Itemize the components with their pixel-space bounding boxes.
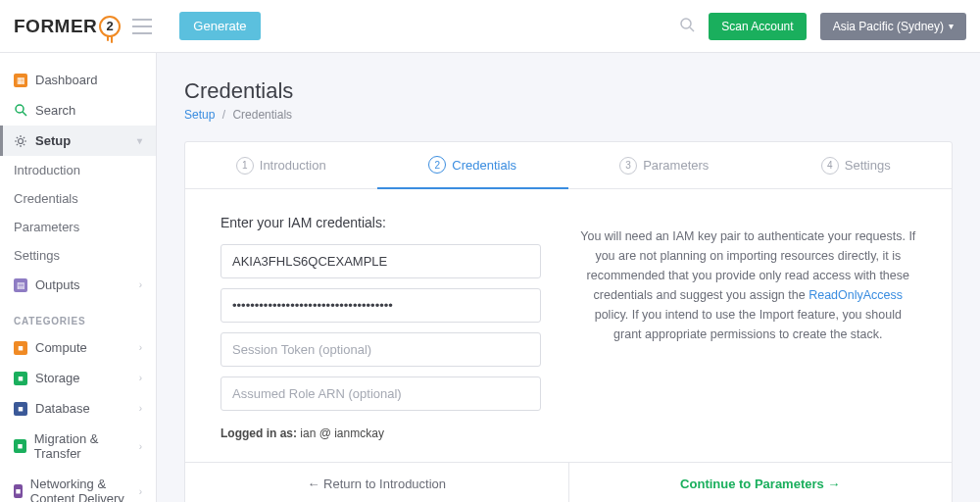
sidebar-item-database[interactable]: ■ Database › [0,393,156,424]
sidebar-heading-categories: CATEGORIES [0,300,156,332]
step-label: Introduction [260,158,326,173]
migration-icon: ■ [14,439,26,453]
readonly-access-link[interactable]: ReadOnlyAccess [808,288,903,302]
sidebar-sub-settings[interactable]: Settings [0,241,156,270]
secret-key-input[interactable] [220,288,541,323]
sidebar-sub-credentials[interactable]: Credentials [0,184,156,213]
logo[interactable]: FORMER 2 [14,16,121,37]
svg-point-2 [19,138,24,143]
session-token-input[interactable] [220,332,541,367]
sidebar: ▦ Dashboard Search Setup ▾ Introduction … [0,53,157,502]
chevron-down-icon: ▾ [137,135,142,146]
form-column: Enter your IAM credentials: Logged in as… [220,215,541,440]
logged-in-status: Logged in as: ian @ ianmckay [220,427,541,440]
search-nav-icon [14,104,27,118]
generate-button[interactable]: Generate [179,12,260,40]
step-credentials[interactable]: 2 Credentials [377,142,569,189]
step-label: Parameters [643,158,709,173]
breadcrumb-current: Credentials [232,108,292,122]
storage-icon: ■ [14,372,27,385]
step-parameters[interactable]: 3 Parameters [568,142,760,188]
menu-toggle-icon[interactable] [132,19,152,34]
sidebar-label: Database [35,401,90,416]
assumed-role-input[interactable] [220,376,541,411]
sidebar-item-setup[interactable]: Setup ▾ [0,126,156,156]
form-heading: Enter your IAM credentials: [220,215,541,230]
sidebar-item-outputs[interactable]: ▤ Outputs › [0,270,156,300]
svg-point-0 [681,19,691,28]
logo-text: FORMER [14,16,97,37]
topbar: FORMER 2 Generate Scan Account Asia Paci… [0,0,980,53]
sidebar-label: Setup [35,133,71,148]
sidebar-label: Search [35,103,75,118]
chevron-right-icon: › [139,403,142,414]
step-number: 4 [821,157,839,175]
wizard-steps: 1 Introduction 2 Credentials 3 Parameter… [185,142,952,189]
sidebar-item-storage[interactable]: ■ Storage › [0,363,156,393]
main-content: Credentials Setup / Credentials 1 Introd… [157,53,980,502]
return-button[interactable]: ← Return to Introduction [185,463,569,502]
breadcrumb: Setup / Credentials [184,108,953,122]
sidebar-label: Networking & Content Delivery [30,477,139,502]
chevron-right-icon: › [139,373,142,383]
svg-point-1 [16,105,24,113]
sidebar-label: Compute [35,340,87,355]
step-number: 3 [619,157,637,175]
chevron-right-icon: › [139,441,142,452]
breadcrumb-setup-link[interactable]: Setup [184,108,215,122]
sidebar-item-dashboard[interactable]: ▦ Dashboard [0,65,156,95]
sidebar-item-migration[interactable]: ■ Migration & Transfer › [0,424,156,469]
step-number: 2 [428,156,446,174]
chevron-right-icon: › [139,342,142,353]
step-number: 1 [236,157,254,175]
info-text: policy. If you intend to use the Import … [595,308,902,341]
credentials-card: 1 Introduction 2 Credentials 3 Parameter… [184,141,953,502]
sidebar-item-networking[interactable]: ■ Networking & Content Delivery › [0,469,156,502]
info-column: You will need an IAM key pair to authent… [580,215,916,440]
access-key-input[interactable] [220,244,541,278]
sidebar-item-search[interactable]: Search [0,95,156,126]
region-selector[interactable]: Asia Pacific (Sydney) [820,13,966,40]
page-title: Credentials [184,78,953,104]
sidebar-label: Migration & Transfer [34,431,139,461]
gear-icon [14,134,27,148]
sidebar-item-compute[interactable]: ■ Compute › [0,332,156,363]
outputs-icon: ▤ [14,278,27,292]
step-introduction[interactable]: 1 Introduction [185,142,377,188]
chevron-right-icon: › [139,279,142,290]
logo-drip-icon [105,35,115,43]
step-label: Credentials [452,158,516,173]
logo-badge: 2 [99,16,121,37]
sidebar-sub-parameters[interactable]: Parameters [0,213,156,241]
step-label: Settings [845,158,891,173]
scan-account-button[interactable]: Scan Account [709,13,806,40]
dashboard-icon: ▦ [14,74,27,87]
sidebar-label: Dashboard [35,73,98,87]
networking-icon: ■ [14,484,23,498]
compute-icon: ■ [14,341,27,355]
sidebar-label: Storage [35,371,80,385]
database-icon: ■ [14,402,27,416]
breadcrumb-separator: / [222,108,225,122]
chevron-right-icon: › [139,486,142,497]
search-icon[interactable] [680,18,695,35]
step-settings[interactable]: 4 Settings [760,142,953,188]
sidebar-sub-introduction[interactable]: Introduction [0,156,156,184]
sidebar-label: Outputs [35,277,80,292]
card-footer: ← Return to Introduction Continue to Par… [185,462,952,502]
continue-button[interactable]: Continue to Parameters → [569,463,953,502]
